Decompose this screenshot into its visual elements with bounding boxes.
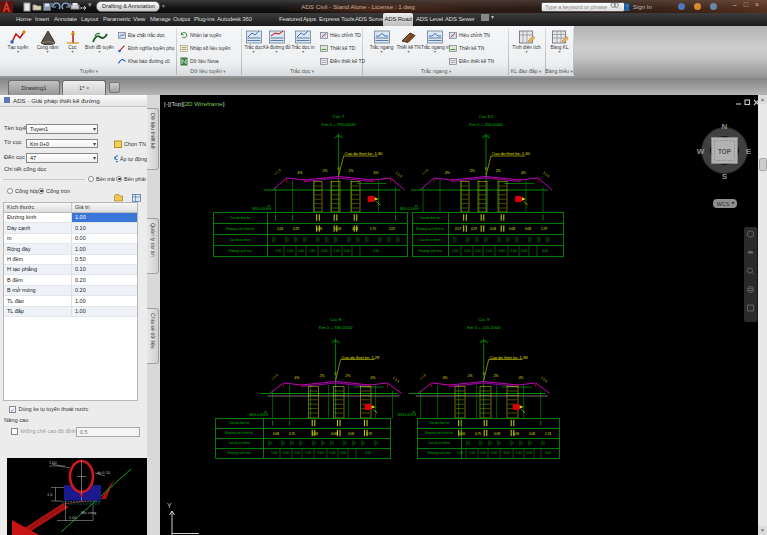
svg-text:Cao do thiet ke: 1.38: Cao do thiet ke: 1.38 — [490, 355, 529, 360]
svg-text:Coc 8: Coc 8 — [330, 317, 342, 322]
svg-text:1.00: 1.00 — [287, 249, 293, 253]
svg-text:Coc 7: Coc 7 — [333, 114, 345, 119]
svg-text:1:1.5: 1:1.5 — [540, 376, 548, 384]
svg-text:Cao do tu nhien: Cao do tu nhien — [229, 238, 251, 242]
svg-text:1.00: 1.00 — [305, 451, 311, 455]
svg-text:2%: 2% — [496, 169, 501, 173]
svg-text:0.66: 0.66 — [459, 432, 465, 436]
svg-text:2.00: 2.00 — [475, 249, 481, 253]
svg-text:4%: 4% — [371, 376, 376, 380]
svg-text:Km 0 + 760.0000: Km 0 + 760.0000 — [322, 122, 356, 127]
svg-text:1.40: 1.40 — [510, 249, 516, 253]
svg-text:WCS: WCS — [717, 201, 730, 207]
svg-text:4%: 4% — [521, 171, 526, 175]
svg-text:1.04: 1.04 — [277, 227, 283, 231]
svg-text:MSS:4.00: MSS:4.00 — [398, 413, 412, 417]
svg-text:0.08: 0.08 — [490, 227, 496, 231]
svg-text:Cao do thiet ke: Cao do thiet ke — [230, 216, 251, 220]
svg-text:Cao do tu nhien: Cao do tu nhien — [228, 441, 250, 445]
svg-text:0: 0 — [483, 372, 485, 376]
svg-text:Khoang cach mia: Khoang cach mia — [427, 451, 451, 455]
svg-text:1.00: 1.00 — [271, 451, 277, 455]
svg-text:4.00: 4.00 — [545, 451, 551, 455]
svg-text:2.00: 2.00 — [340, 451, 346, 455]
svg-text:4%: 4% — [298, 171, 303, 175]
svg-text:W: W — [697, 147, 705, 156]
svg-text:1.00: 1.00 — [469, 451, 475, 455]
svg-text:2.00: 2.00 — [521, 249, 527, 253]
svg-text:1.40: 1.40 — [333, 249, 339, 253]
svg-text:2%: 2% — [494, 374, 499, 378]
svg-text:Khoang cach thiet ke: Khoang cach thiet ke — [416, 227, 444, 231]
svg-text:0.75: 0.75 — [289, 432, 295, 436]
svg-text:[-][Top][2D Wireframe]: [-][Top][2D Wireframe] — [164, 100, 225, 107]
svg-text:2.00: 2.00 — [480, 451, 486, 455]
svg-text:4%: 4% — [519, 376, 524, 380]
svg-text:4%: 4% — [295, 376, 300, 380]
svg-text:1:1.5: 1:1.5 — [274, 168, 282, 176]
svg-text:1.00: 1.00 — [275, 249, 281, 253]
svg-text:4.50: 4.50 — [365, 451, 371, 455]
svg-text:0: 0 — [335, 372, 337, 376]
svg-text:4.76: 4.76 — [366, 432, 372, 436]
svg-text:Km 0 + 780.2000: Km 0 + 780.2000 — [319, 325, 353, 330]
svg-text:1.00: 1.00 — [309, 249, 315, 253]
svg-text:0.75: 0.75 — [475, 432, 481, 436]
svg-text:Cao do thiet ke: Cao do thiet ke — [420, 216, 441, 220]
svg-text:3.00: 3.00 — [321, 249, 327, 253]
svg-text:4%: 4% — [443, 376, 448, 380]
svg-text:1.00: 1.00 — [491, 451, 497, 455]
svg-text:1:1.5: 1:1.5 — [395, 171, 403, 179]
svg-text:Khoang cach mia: Khoang cach mia — [228, 249, 252, 253]
svg-text:1.00: 1.00 — [486, 249, 492, 253]
svg-text:Km 0 + 220.2000: Km 0 + 220.2000 — [467, 325, 501, 330]
svg-text:Cao do thiet ke: 1.30: Cao do thiet ke: 1.30 — [345, 151, 384, 156]
svg-text:Cao do tu nhien: Cao do tu nhien — [428, 441, 450, 445]
svg-text:1.79: 1.79 — [541, 227, 547, 231]
svg-text:Cao do thiet ke: 1.40: Cao do thiet ke: 1.40 — [492, 151, 531, 156]
svg-text:Khoang cach mia: Khoang cach mia — [418, 249, 442, 253]
svg-text:Coc 9: Coc 9 — [478, 317, 490, 322]
svg-text:3.00: 3.00 — [498, 249, 504, 253]
svg-text:0.08: 0.08 — [494, 432, 500, 436]
svg-text:MSS:4.00: MSS:4.00 — [400, 207, 414, 211]
svg-text:Y: Y — [167, 502, 172, 509]
svg-text:MSS:4.00: MSS:4.00 — [250, 413, 264, 417]
svg-text:1.40: 1.40 — [329, 451, 335, 455]
svg-text:4.50: 4.50 — [373, 249, 379, 253]
svg-text:2.00: 2.00 — [526, 451, 532, 455]
svg-text:Km 0 + 200.0000: Km 0 + 200.0000 — [469, 122, 503, 127]
svg-text:4.00: 4.00 — [542, 249, 548, 253]
svg-text:0.57: 0.57 — [455, 227, 461, 231]
svg-text:2%: 2% — [346, 374, 351, 378]
svg-text:Cao do thiet ke: Cao do thiet ke — [229, 421, 250, 425]
svg-text:2.00: 2.00 — [298, 249, 304, 253]
svg-text:0: 0 — [338, 167, 340, 171]
svg-text:1.00: 1.00 — [283, 451, 289, 455]
svg-text:0.08: 0.08 — [509, 227, 515, 231]
svg-text:S: S — [722, 172, 728, 181]
svg-text:Khoang cach thiet ke: Khoang cach thiet ke — [226, 227, 254, 231]
svg-text:Khoang cach thiet ke: Khoang cach thiet ke — [425, 431, 453, 435]
svg-text:0.08: 0.08 — [529, 432, 535, 436]
svg-text:Cao do tu nhien: Cao do tu nhien — [419, 238, 441, 242]
svg-text:3.00: 3.00 — [503, 451, 509, 455]
svg-text:0.08: 0.08 — [335, 227, 341, 231]
svg-text:1:1.5: 1:1.5 — [542, 171, 550, 179]
svg-text:0.08: 0.08 — [312, 432, 318, 436]
svg-text:2.00: 2.00 — [294, 451, 300, 455]
svg-text:1:1.5: 1:1.5 — [392, 376, 400, 384]
svg-text:2%: 2% — [323, 169, 328, 173]
svg-text:1.00: 1.00 — [464, 249, 470, 253]
svg-text:2%: 2% — [470, 169, 475, 173]
svg-text:2%: 2% — [349, 169, 354, 173]
svg-text:0.08: 0.08 — [316, 227, 322, 231]
svg-text:0.08: 0.08 — [348, 432, 354, 436]
svg-text:Khoang cach thiet ke: Khoang cach thiet ke — [225, 431, 253, 435]
svg-text:2%: 2% — [320, 374, 325, 378]
svg-text:3.00: 3.00 — [317, 451, 323, 455]
svg-text:N: N — [722, 122, 728, 131]
svg-text:1:1.5: 1:1.5 — [271, 373, 279, 381]
svg-text:0.08: 0.08 — [513, 432, 519, 436]
svg-text:1:1.5: 1:1.5 — [419, 373, 427, 381]
